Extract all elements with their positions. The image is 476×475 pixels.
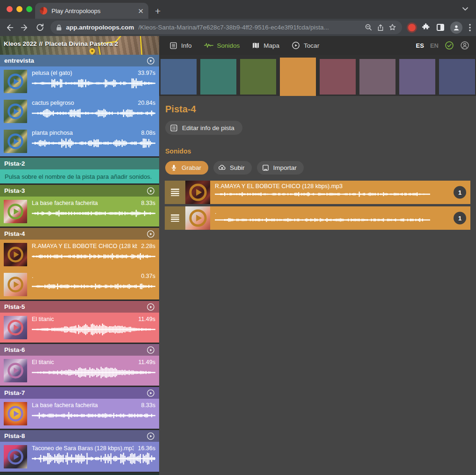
play-sound-icon[interactable] — [7, 103, 24, 120]
track-header[interactable]: Pista-2 — [0, 158, 159, 169]
sound-thumbnail[interactable] — [4, 273, 27, 296]
track-color-swatch-3[interactable] — [240, 59, 276, 95]
reload-button[interactable] — [36, 23, 44, 32]
sound-waveform[interactable] — [32, 280, 155, 296]
sound-row[interactable]: El titanic11.49s — [0, 356, 159, 386]
sound-row[interactable]: La base fachera facherita8.33s — [0, 399, 159, 429]
new-tab-button[interactable]: + — [155, 6, 161, 16]
browser-menu-icon[interactable] — [469, 23, 471, 32]
share-icon[interactable] — [377, 23, 384, 32]
track-header[interactable]: Pista-7 — [0, 387, 159, 399]
window-close-button[interactable] — [7, 6, 13, 12]
track-color-swatch-1[interactable] — [161, 59, 197, 95]
back-button[interactable] — [5, 23, 14, 32]
track-sound-row[interactable]: R.AMAYA Y EL BOBOTE CHICO (128 kbps).mp3… — [165, 181, 470, 204]
play-sound-icon[interactable] — [7, 319, 24, 336]
sound-waveform[interactable] — [32, 323, 155, 339]
track-header[interactable]: Pista-8 — [0, 430, 159, 442]
sound-waveform[interactable] — [215, 216, 430, 228]
sound-row[interactable]: Taconeo de Sara Baras (128 kbps).mp316.3… — [0, 442, 159, 472]
nav-tab-sonidos[interactable]: Sonidos — [204, 42, 240, 49]
lock-icon[interactable] — [56, 24, 62, 31]
track-header[interactable]: Pista-3 — [0, 185, 159, 197]
track-sound-row[interactable]: .1 — [165, 206, 470, 230]
drag-handle[interactable] — [165, 181, 185, 204]
sound-waveform[interactable] — [32, 107, 155, 123]
lang-en-button[interactable]: EN — [430, 42, 439, 49]
track-header[interactable]: Pista-4 — [0, 228, 159, 240]
play-sound-icon[interactable] — [7, 362, 24, 379]
sound-row[interactable]: R.AMAYA Y EL BOBOTE CHICO (128 kbps)....… — [0, 240, 159, 270]
sound-waveform[interactable] — [215, 190, 430, 202]
track-header[interactable]: Pista-5 — [0, 301, 159, 313]
sound-thumbnail[interactable] — [185, 206, 210, 230]
play-sound-icon[interactable] — [7, 203, 24, 220]
track-header[interactable]: entrevista — [0, 55, 159, 66]
sound-waveform[interactable] — [32, 77, 155, 93]
sound-waveform[interactable] — [32, 207, 155, 223]
play-sound-icon[interactable] — [7, 448, 24, 465]
sound-row[interactable]: cactus peligroso20.84s — [0, 96, 159, 126]
play-sound-icon[interactable] — [7, 405, 24, 422]
sound-thumbnail[interactable] — [4, 130, 27, 153]
sound-row[interactable]: La base fachera facherita8.33s — [0, 197, 159, 227]
importar-button[interactable]: Importar — [257, 161, 304, 175]
tab-close-icon[interactable]: ✕ — [138, 7, 144, 15]
sound-thumbnail[interactable] — [4, 70, 27, 93]
window-minimize-button[interactable] — [16, 6, 22, 12]
play-track-icon[interactable] — [146, 389, 155, 397]
window-zoom-button[interactable] — [26, 6, 32, 12]
track-color-swatch-4[interactable] — [280, 58, 316, 96]
track-color-swatch-2[interactable] — [200, 59, 236, 95]
sound-waveform[interactable] — [32, 453, 155, 468]
sound-row[interactable]: .0.37s — [0, 270, 159, 300]
address-bar[interactable]: app.antropoloops.com /Kleos-Santa-Marina… — [51, 21, 402, 34]
play-sound-icon[interactable] — [7, 276, 24, 293]
nav-tab-mapa[interactable]: Mapa — [252, 42, 279, 49]
sound-thumbnail[interactable] — [185, 181, 210, 204]
extensions-puzzle-icon[interactable] — [422, 23, 431, 32]
sound-thumbnail[interactable] — [4, 243, 27, 266]
play-sound-icon[interactable] — [7, 246, 24, 263]
play-track-icon[interactable] — [146, 303, 155, 311]
play-track-icon[interactable] — [146, 432, 155, 440]
forward-button[interactable] — [20, 23, 29, 32]
tab-search-chevron-icon[interactable] — [462, 6, 469, 14]
sound-thumbnail[interactable] — [4, 445, 27, 468]
drag-handle[interactable] — [165, 206, 185, 230]
play-track-icon[interactable] — [146, 346, 155, 354]
track-color-swatch-5[interactable] — [320, 59, 356, 95]
nav-tab-info[interactable]: Info — [169, 42, 192, 50]
sound-waveform[interactable] — [32, 409, 155, 425]
side-panel-icon[interactable] — [437, 24, 444, 31]
project-map-preview[interactable]: Kleos 2022//Placeta Divina Pastora 2 — [0, 36, 159, 55]
play-sound-icon[interactable] — [189, 209, 207, 227]
sound-thumbnail[interactable] — [4, 200, 27, 223]
profile-avatar[interactable] — [450, 22, 462, 34]
play-track-icon[interactable] — [146, 57, 155, 65]
zoom-out-icon[interactable] — [365, 23, 373, 31]
grabar-button[interactable]: Grabar — [165, 161, 208, 175]
sound-waveform[interactable] — [32, 250, 155, 266]
browser-tab[interactable]: Play Antropoloops ✕ — [35, 3, 148, 19]
play-sound-icon[interactable] — [7, 133, 24, 150]
sound-waveform[interactable] — [32, 366, 155, 382]
sound-thumbnail[interactable] — [4, 402, 27, 425]
sound-row[interactable]: El titanic11.49s — [0, 313, 159, 343]
play-track-icon[interactable] — [146, 230, 155, 238]
sound-waveform[interactable] — [32, 137, 155, 153]
play-track-icon[interactable] — [146, 187, 155, 195]
track-color-swatch-8[interactable] — [439, 59, 475, 95]
account-icon[interactable] — [460, 41, 469, 50]
sound-thumbnail[interactable] — [4, 316, 27, 339]
track-color-swatch-7[interactable] — [399, 59, 435, 95]
record-extension-icon[interactable] — [408, 24, 416, 31]
nav-tab-tocar[interactable]: Tocar — [292, 41, 319, 50]
sound-row[interactable]: planta pinchosa8.08s — [0, 126, 159, 156]
sound-thumbnail[interactable] — [4, 359, 27, 382]
subir-button[interactable]: Subir — [213, 161, 252, 175]
bookmark-star-icon[interactable] — [388, 23, 396, 31]
track-header[interactable]: Pista-6 — [0, 344, 159, 356]
lang-es-button[interactable]: ES — [416, 42, 424, 49]
edit-track-info-button[interactable]: Editar info de pista — [165, 121, 242, 135]
